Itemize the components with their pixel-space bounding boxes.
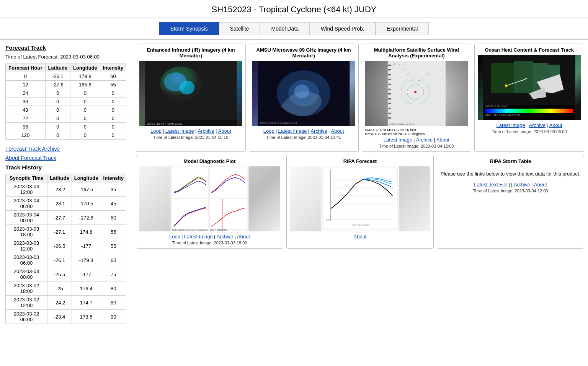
svg-text:GOES-18 IR 4 MAR 2023: GOES-18 IR 4 MAR 2023 bbox=[147, 122, 182, 125]
table-row: 2023-03-02 18:00-25176.480 bbox=[6, 281, 126, 296]
ripa-storm-archive-link[interactable]: Archive bbox=[514, 182, 530, 187]
table-row: 96000 bbox=[6, 123, 126, 131]
svg-text:280: 280 bbox=[388, 98, 391, 100]
table-row: 2023-03-03 12:00-26.5-17755 bbox=[6, 239, 126, 253]
ohc-about-link[interactable]: About bbox=[549, 122, 562, 128]
svg-rect-11 bbox=[387, 61, 445, 126]
card-model-image[interactable]: Multi-Model Diagnostic Comparison - JUDY… bbox=[139, 166, 280, 231]
wind-latest-link[interactable]: Latest Image bbox=[384, 137, 412, 143]
tab-wind-speed-prob[interactable]: Wind Speed Prob. bbox=[310, 22, 376, 35]
card-wind: Multiplatform Satellite Surface Wind Ana… bbox=[362, 44, 472, 152]
table-row: 24000 bbox=[6, 89, 126, 98]
tab-satellite[interactable]: Satellite bbox=[219, 22, 260, 35]
about-forecast-track-link[interactable]: About Forecast Track bbox=[5, 155, 126, 161]
track-col-lon: Longitude bbox=[72, 174, 101, 182]
svg-rect-44 bbox=[485, 109, 573, 113]
amsu-archive-link[interactable]: Archive bbox=[310, 128, 327, 134]
svg-text:295: 295 bbox=[388, 112, 391, 114]
ohc-archive-link[interactable]: Archive bbox=[529, 122, 546, 128]
tab-storm-synopsis[interactable]: Storm Synopsis bbox=[159, 22, 219, 35]
ir-latest-link[interactable]: Latest Image bbox=[165, 128, 194, 134]
amsu-loop-link[interactable]: Loop bbox=[263, 128, 274, 134]
svg-point-3 bbox=[179, 81, 194, 94]
model-about-link[interactable]: About bbox=[237, 234, 250, 239]
track-col-intensity: Intensity bbox=[101, 174, 126, 182]
card-ir-title: Enhanced Infrared (IR) Imagery (4 km Mer… bbox=[139, 47, 242, 59]
card-ohc: Ocean Heat Content & Forecast Track bbox=[474, 44, 584, 152]
svg-text:270: 270 bbox=[388, 88, 391, 90]
ir-archive-link[interactable]: Archive bbox=[198, 128, 214, 134]
svg-text:285: 285 bbox=[388, 102, 391, 104]
card-ripa-storm: RIPA Storm Table Please use the links be… bbox=[437, 155, 584, 249]
ripa-about-link[interactable]: About bbox=[354, 234, 367, 239]
card-ohc-time: Time of Latest Image: 2023-03-03 06:00 bbox=[492, 129, 567, 134]
table-row: 2023-03-04 06:00-28.1-170.545 bbox=[6, 197, 126, 211]
amsu-latest-link[interactable]: Latest Image bbox=[278, 128, 307, 134]
svg-text:290: 290 bbox=[388, 107, 391, 109]
ir-about-link[interactable]: About bbox=[218, 128, 231, 134]
svg-text:AMSU 89GHz 4 MAR 2023: AMSU 89GHz 4 MAR 2023 bbox=[260, 121, 297, 125]
ripa-storm-text-link[interactable]: Latest Text File bbox=[474, 182, 507, 187]
card-amsu-image[interactable]: AMSU 89GHz 4 MAR 2023 bbox=[252, 61, 355, 126]
table-row: 12-27.6185.655 bbox=[6, 81, 126, 89]
svg-rect-40 bbox=[514, 61, 533, 93]
table-row: 2023-03-02 06:00-23.4173.590 bbox=[6, 310, 126, 324]
amsu-about-link[interactable]: About bbox=[331, 128, 344, 134]
model-archive-link[interactable]: Archive bbox=[217, 234, 233, 239]
card-ir-time: Time of Latest Image: 2023-03-04 15:10 bbox=[153, 135, 228, 140]
forecast-col-hour: Forecast Hour bbox=[6, 64, 46, 72]
svg-text:300: 300 bbox=[388, 117, 391, 119]
table-row: 2023-03-03 00:00-25.5-17775 bbox=[6, 267, 126, 281]
card-wind-image[interactable]: 245 250 255 260 265 270 275 280 285 290 … bbox=[365, 61, 468, 126]
card-wind-links: Latest Image | Archive | About bbox=[384, 137, 449, 143]
card-amsu: AMSU Microwave 89 GHz Imagery (4 km Merc… bbox=[249, 44, 359, 152]
forecast-track-title: Forecast Track bbox=[5, 44, 126, 51]
card-amsu-links: Loop | Latest Image | Archive | About bbox=[263, 128, 344, 134]
card-ripa-links: About bbox=[354, 234, 367, 239]
model-loop-link[interactable]: Loop bbox=[169, 234, 180, 239]
left-panel: Forecast Track Time of Latest Forecast: … bbox=[0, 40, 132, 335]
ir-loop-link[interactable]: Loop bbox=[150, 128, 162, 134]
ohc-latest-link[interactable]: Latest Image bbox=[497, 122, 525, 128]
wind-about-link[interactable]: About bbox=[436, 137, 449, 143]
card-wind-time: Time of Latest Image: 2023-03-04 15:00 bbox=[379, 144, 454, 148]
table-row: 2023-03-04 00:00-27.7-172.650 bbox=[6, 211, 126, 225]
table-row: 2023-03-04 12:00-28.2-167.535 bbox=[6, 182, 126, 197]
tab-model-data[interactable]: Model Data bbox=[260, 22, 310, 35]
card-amsu-title: AMSU Microwave 89 GHz Imagery (4 km Merc… bbox=[252, 47, 355, 59]
model-latest-link[interactable]: Latest Image bbox=[184, 234, 213, 239]
svg-text:245: 245 bbox=[388, 64, 391, 66]
svg-point-33 bbox=[414, 91, 416, 93]
card-ir: Enhanced Infrared (IR) Imagery (4 km Mer… bbox=[136, 44, 246, 152]
latest-forecast-time: Time of Latest Forecast: 2023-03-03 06:0… bbox=[5, 54, 126, 60]
track-col-lat: Latitude bbox=[47, 174, 72, 182]
card-ripa-title: RIPA Forecast bbox=[343, 158, 377, 164]
svg-text:250: 250 bbox=[388, 69, 391, 71]
card-ir-links: Loop | Latest Image | Archive | About bbox=[150, 128, 231, 134]
tab-experimental[interactable]: Experimental bbox=[376, 22, 429, 35]
svg-text:255: 255 bbox=[388, 74, 391, 76]
svg-text:260: 260 bbox=[388, 78, 391, 80]
bottom-cards-grid: Model Diagnostic Plot bbox=[136, 155, 584, 249]
svg-rect-50 bbox=[171, 199, 209, 230]
ripa-storm-about-link[interactable]: About bbox=[534, 182, 547, 187]
table-row: 2023-03-02 12:00-24.2174.780 bbox=[6, 296, 126, 310]
card-ir-image[interactable]: GOES-18 IR 4 MAR 2023 bbox=[139, 61, 242, 126]
card-ripa-storm-links: Latest Text File | | Archive | About bbox=[474, 182, 547, 187]
svg-text:0  25  50  75 100 kJ/cm²: 0 25 50 75 100 kJ/cm² bbox=[485, 105, 508, 107]
card-ohc-title: Ocean Heat Content & Forecast Track bbox=[485, 47, 574, 53]
svg-rect-49 bbox=[210, 167, 247, 198]
svg-text:265: 265 bbox=[388, 83, 391, 85]
table-row: 120000 bbox=[6, 131, 126, 140]
forecast-track-archive-link[interactable]: Forecast Track Archive bbox=[5, 146, 126, 152]
card-ohc-image[interactable]: OHC - SH15 2023 MAR03 06z 0 25 50 75 100… bbox=[478, 55, 581, 120]
svg-text:JUDY SH152023: JUDY SH152023 bbox=[352, 224, 369, 226]
svg-text:275: 275 bbox=[388, 93, 391, 95]
wind-archive-link[interactable]: Archive bbox=[416, 137, 433, 143]
svg-point-43 bbox=[505, 85, 508, 87]
card-ripa-image[interactable]: JTWC JUDY SH152023 bbox=[290, 166, 430, 231]
top-cards-grid: Enhanced Infrared (IR) Imagery (4 km Mer… bbox=[136, 44, 584, 152]
card-model-title: Model Diagnostic Plot bbox=[184, 158, 236, 164]
card-ohc-links: Latest Image | Archive | About bbox=[497, 122, 562, 128]
card-amsu-time: Time of Latest Image: 2023-03-04 11:41 bbox=[266, 135, 341, 140]
